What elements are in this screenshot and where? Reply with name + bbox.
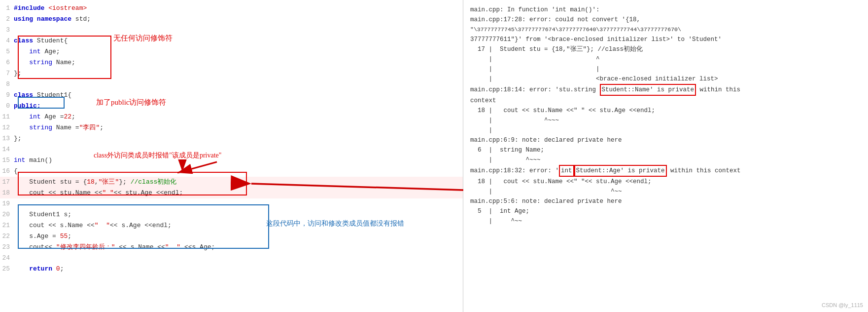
code-line-15: 15 int main() (0, 155, 463, 166)
code-line-11: 11 int Age =22; (0, 112, 463, 122)
code-line-6: 6 string Name; (0, 57, 463, 68)
private-name-box: Student::Name' is private (600, 84, 696, 96)
code-line-2: 2 using namespace std; (0, 14, 463, 25)
code-line-5: 5 int Age; (0, 46, 463, 57)
code-line-4: 4 class Student{ (0, 36, 463, 46)
code-line-25: 25 return 0; (0, 264, 463, 274)
right-line-4: 37777777611"}' from '<brace-enclosed ini… (470, 35, 861, 44)
code-area: 1 #include <iostream> 2 using namespace … (0, 0, 463, 277)
right-line-10: context (470, 96, 861, 106)
code-line-14: 14 (0, 144, 463, 155)
code-line-19: 19 (0, 198, 463, 209)
code-line-13: 13 }; (0, 133, 463, 144)
right-line-19: | ^~~ (470, 187, 861, 196)
right-line-18: 18 | cout << stu.Name <<" "<< stu.Age <<… (470, 177, 861, 187)
right-line-16: | ^~~~ (470, 155, 861, 165)
code-line-17: 17 Student stu = {18,"张三"}; //class初始化 (0, 177, 463, 188)
right-line-6: | ^ (470, 54, 861, 64)
code-line-10: 0 public: (0, 101, 463, 112)
right-line-5: 17 | Student stu = {18,"张三"}; //class初始化 (470, 44, 861, 54)
code-line-12: 12 string Name ="李四"; (0, 122, 463, 133)
right-line-13: | (470, 125, 861, 135)
private-age-box: Student::Age' is private (574, 165, 667, 177)
right-line-11: 18 | cout << stu.Name <<" " << stu.Age <… (470, 106, 861, 116)
code-line-24: 24 (0, 253, 463, 264)
right-line-22: | ^~~ (470, 216, 861, 226)
left-panel: 1 #include <iostream> 2 using namespace … (0, 0, 463, 312)
right-line-17: main.cpp:18:32: error: 'int Student::Age… (470, 165, 861, 177)
code-line-3: 3 (0, 25, 463, 36)
code-line-23: 23 cout<< "修改李四年龄后：" << s.Name <<" " <<s… (0, 242, 463, 253)
right-line-12: | ^~~~ (470, 116, 861, 125)
right-line-20: main.cpp:5:6: note: declared private her… (470, 196, 861, 206)
right-text-content: main.cpp: In function 'int main()': main… (470, 5, 861, 226)
right-line-2: main.cpp:17:28: error: could not convert… (470, 15, 861, 25)
code-line-7: 7 }; (0, 68, 463, 79)
code-line-18: 18 cout << stu.Name <<" "<< stu.Age <<en… (0, 188, 463, 198)
right-line-3: "\37777777745\37777777674\37777777640\37… (470, 25, 861, 35)
right-line-7: | | (470, 64, 861, 74)
watermark: CSDN @ly_1115 (822, 302, 863, 308)
right-line-9: main.cpp:18:14: error: 'stu.string Stude… (470, 84, 861, 96)
right-line-8: | <brace-enclosed initializer list> (470, 74, 861, 84)
right-line-15: 6 | string Name; (470, 145, 861, 155)
right-panel: main.cpp: In function 'int main()': main… (463, 0, 868, 312)
code-line-9: 9 class Student1{ (0, 90, 463, 101)
right-line-14: main.cpp:6:9: note: declared private her… (470, 135, 861, 145)
code-line-1: 1 #include <iostream> (0, 3, 463, 14)
right-line-21: 5 | int Age; (470, 206, 861, 216)
code-line-20: 20 Student1 s; (0, 209, 463, 220)
code-line-8: 8 (0, 79, 463, 90)
right-line-1: main.cpp: In function 'int main()': (470, 5, 861, 15)
int-label: int (559, 165, 574, 177)
code-line-16: 16 { (0, 166, 463, 177)
code-line-22: 22 s.Age = 55; (0, 231, 463, 242)
code-line-21: 21 cout << s.Name <<" "<< s.Age <<endl; (0, 220, 463, 231)
